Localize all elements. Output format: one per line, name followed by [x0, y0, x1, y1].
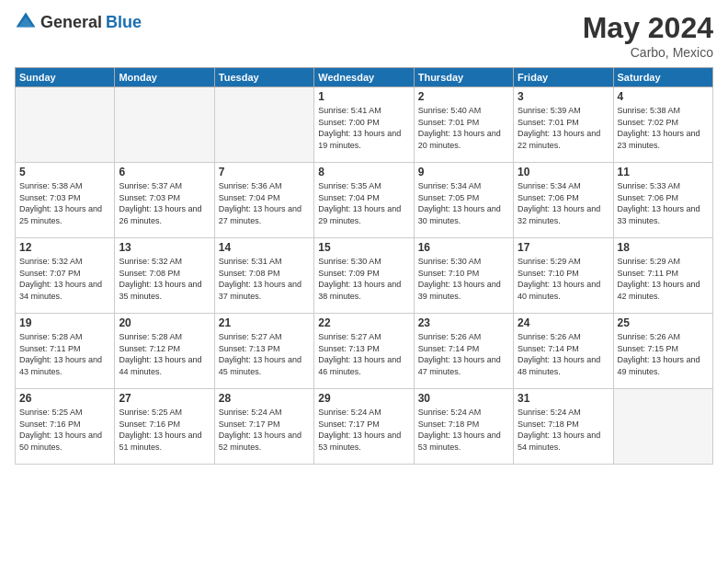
location: Carbo, Mexico [583, 45, 713, 60]
table-row: 17Sunrise: 5:29 AMSunset: 7:10 PMDayligh… [514, 238, 613, 314]
day-number: 10 [518, 166, 609, 178]
table-row: 14Sunrise: 5:31 AMSunset: 7:08 PMDayligh… [214, 238, 313, 314]
day-info: Sunrise: 5:32 AMSunset: 7:08 PMDaylight:… [119, 256, 210, 302]
day-number: 13 [119, 241, 210, 254]
day-info: Sunrise: 5:27 AMSunset: 7:13 PMDaylight:… [219, 331, 310, 377]
table-row: 9Sunrise: 5:34 AMSunset: 7:05 PMDaylight… [414, 163, 513, 238]
table-row [16, 87, 115, 163]
day-number: 25 [618, 316, 709, 329]
day-info: Sunrise: 5:26 AMSunset: 7:14 PMDaylight:… [418, 331, 509, 377]
logo: GeneralBlue [15, 11, 142, 33]
calendar-week-row: 1Sunrise: 5:41 AMSunset: 7:00 PMDaylight… [16, 87, 713, 163]
page: GeneralBlue May 2024 Carbo, Mexico Sunda… [0, 0, 728, 563]
day-number: 7 [219, 166, 310, 178]
day-info: Sunrise: 5:24 AMSunset: 7:18 PMDaylight:… [418, 407, 509, 453]
day-info: Sunrise: 5:36 AMSunset: 7:04 PMDaylight:… [219, 180, 310, 226]
day-number: 4 [618, 90, 709, 103]
table-row: 12Sunrise: 5:32 AMSunset: 7:07 PMDayligh… [16, 238, 115, 314]
day-number: 19 [19, 316, 110, 329]
table-row: 25Sunrise: 5:26 AMSunset: 7:15 PMDayligh… [613, 314, 712, 389]
calendar-week-row: 12Sunrise: 5:32 AMSunset: 7:07 PMDayligh… [16, 238, 713, 314]
day-info: Sunrise: 5:40 AMSunset: 7:01 PMDaylight:… [418, 105, 509, 151]
day-info: Sunrise: 5:38 AMSunset: 7:02 PMDaylight:… [618, 105, 709, 151]
table-row: 26Sunrise: 5:25 AMSunset: 7:16 PMDayligh… [16, 389, 115, 465]
day-info: Sunrise: 5:24 AMSunset: 7:18 PMDaylight:… [518, 407, 609, 453]
day-info: Sunrise: 5:39 AMSunset: 7:01 PMDaylight:… [518, 105, 609, 151]
day-number: 15 [318, 241, 409, 254]
day-number: 11 [618, 166, 709, 178]
table-row: 24Sunrise: 5:26 AMSunset: 7:14 PMDayligh… [514, 314, 613, 389]
day-number: 5 [19, 166, 110, 178]
month-year: May 2024 [583, 11, 713, 45]
day-info: Sunrise: 5:38 AMSunset: 7:03 PMDaylight:… [19, 180, 110, 226]
table-row: 27Sunrise: 5:25 AMSunset: 7:16 PMDayligh… [115, 389, 214, 465]
day-number: 6 [119, 166, 210, 178]
day-info: Sunrise: 5:35 AMSunset: 7:04 PMDaylight:… [318, 180, 409, 226]
day-number: 18 [618, 241, 709, 254]
day-number: 28 [219, 392, 310, 405]
table-row [214, 87, 313, 163]
day-info: Sunrise: 5:29 AMSunset: 7:10 PMDaylight:… [518, 256, 609, 302]
day-info: Sunrise: 5:26 AMSunset: 7:15 PMDaylight:… [618, 331, 709, 377]
table-row [613, 389, 712, 465]
table-row: 13Sunrise: 5:32 AMSunset: 7:08 PMDayligh… [115, 238, 214, 314]
header: GeneralBlue May 2024 Carbo, Mexico [15, 11, 713, 60]
day-number: 20 [119, 316, 210, 329]
day-number: 3 [518, 90, 609, 103]
day-number: 24 [518, 316, 609, 329]
day-number: 21 [219, 316, 310, 329]
table-row: 23Sunrise: 5:26 AMSunset: 7:14 PMDayligh… [414, 314, 513, 389]
col-thursday: Thursday [414, 68, 513, 87]
logo-general: General [40, 13, 102, 32]
day-number: 29 [318, 392, 409, 405]
day-info: Sunrise: 5:34 AMSunset: 7:06 PMDaylight:… [518, 180, 609, 226]
calendar-header-row: Sunday Monday Tuesday Wednesday Thursday… [16, 68, 713, 87]
day-number: 8 [318, 166, 409, 178]
calendar-week-row: 26Sunrise: 5:25 AMSunset: 7:16 PMDayligh… [16, 389, 713, 465]
day-number: 14 [219, 241, 310, 254]
table-row: 3Sunrise: 5:39 AMSunset: 7:01 PMDaylight… [514, 87, 613, 163]
day-info: Sunrise: 5:24 AMSunset: 7:17 PMDaylight:… [318, 407, 409, 453]
logo-icon [15, 11, 37, 33]
day-info: Sunrise: 5:31 AMSunset: 7:08 PMDaylight:… [219, 256, 310, 302]
col-sunday: Sunday [16, 68, 115, 87]
table-row: 2Sunrise: 5:40 AMSunset: 7:01 PMDaylight… [414, 87, 513, 163]
day-number: 9 [418, 166, 509, 178]
table-row [115, 87, 214, 163]
table-row: 28Sunrise: 5:24 AMSunset: 7:17 PMDayligh… [214, 389, 313, 465]
col-tuesday: Tuesday [214, 68, 313, 87]
table-row: 29Sunrise: 5:24 AMSunset: 7:17 PMDayligh… [314, 389, 414, 465]
table-row: 5Sunrise: 5:38 AMSunset: 7:03 PMDaylight… [16, 163, 115, 238]
day-info: Sunrise: 5:25 AMSunset: 7:16 PMDaylight:… [119, 407, 210, 453]
day-info: Sunrise: 5:28 AMSunset: 7:12 PMDaylight:… [119, 331, 210, 377]
table-row: 30Sunrise: 5:24 AMSunset: 7:18 PMDayligh… [414, 389, 513, 465]
day-number: 16 [418, 241, 509, 254]
calendar-week-row: 19Sunrise: 5:28 AMSunset: 7:11 PMDayligh… [16, 314, 713, 389]
day-number: 31 [518, 392, 609, 405]
table-row: 20Sunrise: 5:28 AMSunset: 7:12 PMDayligh… [115, 314, 214, 389]
day-info: Sunrise: 5:27 AMSunset: 7:13 PMDaylight:… [318, 331, 409, 377]
col-monday: Monday [115, 68, 214, 87]
day-info: Sunrise: 5:26 AMSunset: 7:14 PMDaylight:… [518, 331, 609, 377]
col-wednesday: Wednesday [314, 68, 414, 87]
table-row: 18Sunrise: 5:29 AMSunset: 7:11 PMDayligh… [613, 238, 712, 314]
col-saturday: Saturday [613, 68, 712, 87]
table-row: 19Sunrise: 5:28 AMSunset: 7:11 PMDayligh… [16, 314, 115, 389]
table-row: 11Sunrise: 5:33 AMSunset: 7:06 PMDayligh… [613, 163, 712, 238]
day-number: 22 [318, 316, 409, 329]
day-info: Sunrise: 5:34 AMSunset: 7:05 PMDaylight:… [418, 180, 509, 226]
table-row: 7Sunrise: 5:36 AMSunset: 7:04 PMDaylight… [214, 163, 313, 238]
day-info: Sunrise: 5:30 AMSunset: 7:09 PMDaylight:… [318, 256, 409, 302]
day-info: Sunrise: 5:41 AMSunset: 7:00 PMDaylight:… [318, 105, 409, 151]
table-row: 21Sunrise: 5:27 AMSunset: 7:13 PMDayligh… [214, 314, 313, 389]
table-row: 10Sunrise: 5:34 AMSunset: 7:06 PMDayligh… [514, 163, 613, 238]
title-block: May 2024 Carbo, Mexico [583, 11, 713, 60]
day-number: 17 [518, 241, 609, 254]
table-row: 8Sunrise: 5:35 AMSunset: 7:04 PMDaylight… [314, 163, 414, 238]
col-friday: Friday [514, 68, 613, 87]
day-number: 30 [418, 392, 509, 405]
day-number: 27 [119, 392, 210, 405]
day-number: 23 [418, 316, 509, 329]
day-number: 1 [318, 90, 409, 103]
table-row: 15Sunrise: 5:30 AMSunset: 7:09 PMDayligh… [314, 238, 414, 314]
